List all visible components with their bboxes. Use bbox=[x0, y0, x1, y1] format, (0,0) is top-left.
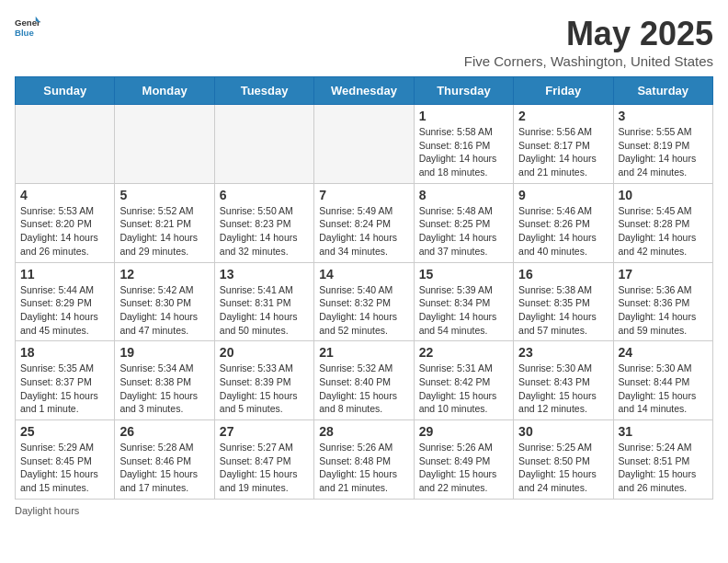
day-info: Sunrise: 5:26 AM Sunset: 8:48 PM Dayligh… bbox=[319, 441, 408, 495]
day-info: Sunrise: 5:52 AM Sunset: 8:21 PM Dayligh… bbox=[119, 204, 209, 259]
page-title: May 2025 bbox=[464, 15, 713, 53]
day-number: 31 bbox=[619, 424, 708, 439]
calendar-cell: 5Sunrise: 5:52 AM Sunset: 8:21 PM Daylig… bbox=[115, 183, 214, 262]
day-info: Sunrise: 5:46 AM Sunset: 8:26 PM Dayligh… bbox=[518, 204, 608, 259]
calendar-cell: 8Sunrise: 5:48 AM Sunset: 8:25 PM Daylig… bbox=[414, 183, 513, 262]
day-info: Sunrise: 5:40 AM Sunset: 8:32 PM Dayligh… bbox=[319, 283, 408, 338]
logo-lockup: General Blue bbox=[15, 15, 40, 40]
day-number: 17 bbox=[619, 267, 708, 282]
day-info: Sunrise: 5:53 AM Sunset: 8:20 PM Dayligh… bbox=[20, 204, 109, 259]
day-info: Sunrise: 5:32 AM Sunset: 8:40 PM Dayligh… bbox=[319, 362, 408, 416]
calendar-cell bbox=[115, 105, 214, 184]
calendar-cell: 23Sunrise: 5:30 AM Sunset: 8:43 PM Dayli… bbox=[514, 341, 613, 420]
day-number: 24 bbox=[619, 345, 708, 360]
calendar-cell: 14Sunrise: 5:40 AM Sunset: 8:32 PM Dayli… bbox=[314, 262, 414, 341]
calendar-cell: 30Sunrise: 5:25 AM Sunset: 8:50 PM Dayli… bbox=[514, 420, 613, 500]
calendar-cell: 13Sunrise: 5:41 AM Sunset: 8:31 PM Dayli… bbox=[214, 262, 313, 341]
day-number: 28 bbox=[319, 424, 408, 439]
calendar-header-row: SundayMondayTuesdayWednesdayThursdayFrid… bbox=[16, 77, 713, 105]
day-info: Sunrise: 5:29 AM Sunset: 8:45 PM Dayligh… bbox=[20, 441, 109, 495]
svg-text:Blue: Blue bbox=[15, 28, 34, 38]
day-number: 8 bbox=[419, 188, 508, 202]
calendar-cell: 17Sunrise: 5:36 AM Sunset: 8:36 PM Dayli… bbox=[613, 262, 712, 341]
calendar-week-5: 25Sunrise: 5:29 AM Sunset: 8:45 PM Dayli… bbox=[16, 420, 713, 500]
calendar-cell: 6Sunrise: 5:50 AM Sunset: 8:23 PM Daylig… bbox=[214, 183, 313, 262]
calendar-cell: 3Sunrise: 5:55 AM Sunset: 8:19 PM Daylig… bbox=[613, 105, 712, 184]
calendar-cell: 27Sunrise: 5:27 AM Sunset: 8:47 PM Dayli… bbox=[214, 420, 313, 500]
calendar-cell: 16Sunrise: 5:38 AM Sunset: 8:35 PM Dayli… bbox=[514, 262, 613, 341]
calendar-cell: 26Sunrise: 5:28 AM Sunset: 8:46 PM Dayli… bbox=[115, 420, 214, 500]
calendar-cell: 4Sunrise: 5:53 AM Sunset: 8:20 PM Daylig… bbox=[16, 183, 115, 262]
logo-icon: General Blue bbox=[15, 15, 40, 40]
day-info: Sunrise: 5:24 AM Sunset: 8:51 PM Dayligh… bbox=[619, 441, 708, 495]
day-info: Sunrise: 5:26 AM Sunset: 8:49 PM Dayligh… bbox=[419, 441, 508, 495]
day-info: Sunrise: 5:36 AM Sunset: 8:36 PM Dayligh… bbox=[619, 283, 708, 338]
calendar-week-2: 4Sunrise: 5:53 AM Sunset: 8:20 PM Daylig… bbox=[16, 183, 713, 262]
weekday-header-tuesday: Tuesday bbox=[214, 77, 313, 105]
day-info: Sunrise: 5:45 AM Sunset: 8:28 PM Dayligh… bbox=[619, 204, 708, 259]
day-number: 16 bbox=[518, 267, 608, 282]
day-number: 9 bbox=[518, 188, 608, 202]
day-info: Sunrise: 5:30 AM Sunset: 8:43 PM Dayligh… bbox=[518, 362, 608, 416]
day-number: 25 bbox=[20, 424, 109, 439]
calendar-cell: 10Sunrise: 5:45 AM Sunset: 8:28 PM Dayli… bbox=[613, 183, 712, 262]
weekday-header-friday: Friday bbox=[514, 77, 613, 105]
calendar-week-3: 11Sunrise: 5:44 AM Sunset: 8:29 PM Dayli… bbox=[16, 262, 713, 341]
logo: General Blue bbox=[15, 15, 40, 40]
calendar-week-1: 1Sunrise: 5:58 AM Sunset: 8:16 PM Daylig… bbox=[16, 105, 713, 184]
calendar-cell: 11Sunrise: 5:44 AM Sunset: 8:29 PM Dayli… bbox=[16, 262, 115, 341]
day-info: Sunrise: 5:44 AM Sunset: 8:29 PM Dayligh… bbox=[20, 283, 109, 338]
calendar-cell: 9Sunrise: 5:46 AM Sunset: 8:26 PM Daylig… bbox=[514, 183, 613, 262]
calendar-cell: 7Sunrise: 5:49 AM Sunset: 8:24 PM Daylig… bbox=[314, 183, 414, 262]
calendar-cell: 12Sunrise: 5:42 AM Sunset: 8:30 PM Dayli… bbox=[115, 262, 214, 341]
day-info: Sunrise: 5:42 AM Sunset: 8:30 PM Dayligh… bbox=[119, 283, 209, 338]
day-number: 27 bbox=[220, 424, 309, 439]
calendar-table: SundayMondayTuesdayWednesdayThursdayFrid… bbox=[15, 76, 713, 500]
weekday-header-monday: Monday bbox=[115, 77, 214, 105]
day-number: 3 bbox=[619, 109, 708, 123]
day-info: Sunrise: 5:58 AM Sunset: 8:16 PM Dayligh… bbox=[419, 125, 508, 179]
day-number: 18 bbox=[20, 345, 109, 360]
day-info: Sunrise: 5:41 AM Sunset: 8:31 PM Dayligh… bbox=[220, 283, 309, 338]
day-number: 21 bbox=[319, 345, 408, 360]
day-info: Sunrise: 5:48 AM Sunset: 8:25 PM Dayligh… bbox=[419, 204, 508, 259]
calendar-cell: 24Sunrise: 5:30 AM Sunset: 8:44 PM Dayli… bbox=[613, 341, 712, 420]
calendar-cell: 28Sunrise: 5:26 AM Sunset: 8:48 PM Dayli… bbox=[314, 420, 414, 500]
day-number: 13 bbox=[220, 267, 309, 282]
day-info: Sunrise: 5:28 AM Sunset: 8:46 PM Dayligh… bbox=[119, 441, 209, 495]
day-number: 12 bbox=[119, 267, 209, 282]
day-info: Sunrise: 5:27 AM Sunset: 8:47 PM Dayligh… bbox=[220, 441, 309, 495]
day-info: Sunrise: 5:55 AM Sunset: 8:19 PM Dayligh… bbox=[619, 125, 708, 179]
calendar-cell: 22Sunrise: 5:31 AM Sunset: 8:42 PM Dayli… bbox=[414, 341, 513, 420]
weekday-header-sunday: Sunday bbox=[16, 77, 115, 105]
title-area: May 2025 Five Corners, Washington, Unite… bbox=[464, 15, 713, 69]
day-info: Sunrise: 5:25 AM Sunset: 8:50 PM Dayligh… bbox=[518, 441, 608, 495]
day-number: 2 bbox=[518, 109, 608, 123]
calendar-cell: 29Sunrise: 5:26 AM Sunset: 8:49 PM Dayli… bbox=[414, 420, 513, 500]
page-header: General Blue May 2025 Five Corners, Wash… bbox=[15, 15, 713, 69]
calendar-cell: 2Sunrise: 5:56 AM Sunset: 8:17 PM Daylig… bbox=[514, 105, 613, 184]
day-number: 15 bbox=[419, 267, 508, 282]
day-number: 1 bbox=[419, 109, 508, 123]
footer-note: Daylight hours bbox=[15, 505, 713, 516]
day-info: Sunrise: 5:49 AM Sunset: 8:24 PM Dayligh… bbox=[319, 204, 408, 259]
calendar-cell: 25Sunrise: 5:29 AM Sunset: 8:45 PM Dayli… bbox=[16, 420, 115, 500]
weekday-header-saturday: Saturday bbox=[613, 77, 712, 105]
day-number: 26 bbox=[119, 424, 209, 439]
calendar-cell: 19Sunrise: 5:34 AM Sunset: 8:38 PM Dayli… bbox=[115, 341, 214, 420]
day-number: 5 bbox=[119, 188, 209, 202]
day-number: 7 bbox=[319, 188, 408, 202]
day-number: 23 bbox=[518, 345, 608, 360]
day-number: 29 bbox=[419, 424, 508, 439]
calendar-cell: 15Sunrise: 5:39 AM Sunset: 8:34 PM Dayli… bbox=[414, 262, 513, 341]
day-info: Sunrise: 5:34 AM Sunset: 8:38 PM Dayligh… bbox=[119, 362, 209, 416]
day-info: Sunrise: 5:38 AM Sunset: 8:35 PM Dayligh… bbox=[518, 283, 608, 338]
calendar-cell: 18Sunrise: 5:35 AM Sunset: 8:37 PM Dayli… bbox=[16, 341, 115, 420]
day-number: 22 bbox=[419, 345, 508, 360]
day-number: 10 bbox=[619, 188, 708, 202]
calendar-cell: 31Sunrise: 5:24 AM Sunset: 8:51 PM Dayli… bbox=[613, 420, 712, 500]
calendar-cell bbox=[16, 105, 115, 184]
day-info: Sunrise: 5:35 AM Sunset: 8:37 PM Dayligh… bbox=[20, 362, 109, 416]
day-number: 6 bbox=[220, 188, 309, 202]
day-info: Sunrise: 5:31 AM Sunset: 8:42 PM Dayligh… bbox=[419, 362, 508, 416]
